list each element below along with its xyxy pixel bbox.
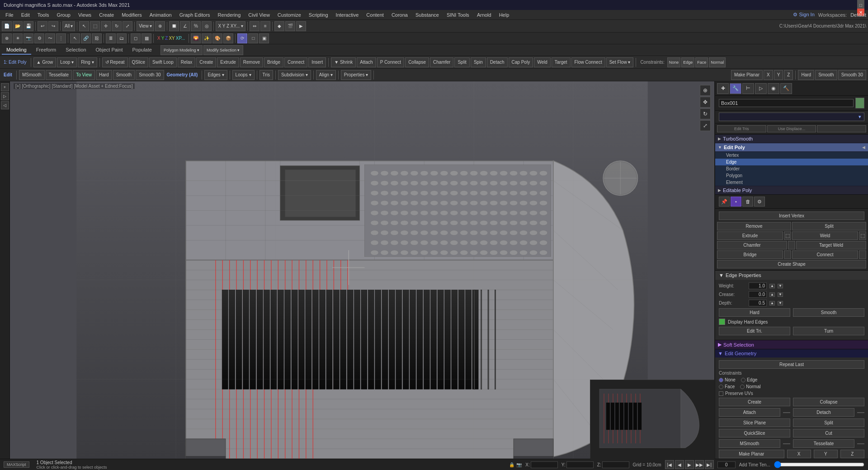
weld-settings-btn[interactable]: ⬚	[859, 231, 866, 240]
xyz-z-geom-btn[interactable]: Z	[840, 450, 864, 458]
constraint-edge-radio[interactable]: Edge	[741, 377, 757, 382]
z-coord-input[interactable]	[602, 461, 629, 468]
time-input[interactable]	[717, 461, 736, 468]
menu-scripting[interactable]: Scripting	[305, 11, 332, 19]
render-effects-icon[interactable]: ✨	[202, 33, 212, 43]
ep-settings-icon[interactable]: ⚙	[754, 197, 765, 207]
collapse-btn[interactable]: Collapse	[405, 57, 429, 67]
spinner-snap[interactable]: ◎	[202, 21, 212, 31]
menu-content[interactable]: Content	[363, 11, 387, 19]
grow-btn[interactable]: ▲ Grow	[33, 57, 57, 67]
make-planar-geom-btn[interactable]: Make Planar	[719, 450, 784, 458]
menu-corona[interactable]: Corona	[388, 11, 411, 19]
unlink-icon[interactable]: ⛓	[92, 33, 102, 43]
remove-btn-panel[interactable]: Remove	[717, 222, 791, 230]
axis-constraint[interactable]: X Y Z XY... ▾	[216, 21, 245, 31]
hard-btn2[interactable]: Hard	[798, 70, 814, 80]
hard-edges-color-swatch[interactable]	[719, 319, 725, 325]
collapse-geom-btn[interactable]: Collapse	[793, 398, 864, 406]
vp-maximize-btn[interactable]: ⤢	[700, 120, 711, 131]
hard-btn[interactable]: Hard	[96, 70, 112, 80]
vp-zoom-btn[interactable]: ⊕	[700, 85, 711, 96]
menu-create[interactable]: Create	[95, 11, 118, 19]
new-btn[interactable]: 📄	[2, 21, 12, 31]
render-btn[interactable]: ▶	[296, 21, 306, 31]
pconnect-btn[interactable]: P Connect	[377, 57, 405, 67]
attach-settings-btn[interactable]	[783, 412, 790, 413]
smooth-btn2[interactable]: Smooth	[815, 70, 837, 80]
stack-editable-poly[interactable]: ▶ Editable Poly	[715, 186, 868, 194]
insert-btn[interactable]: Insert	[308, 57, 326, 67]
rotate-btn[interactable]: ↻	[112, 21, 122, 31]
stack-border[interactable]: Border	[715, 165, 868, 172]
angle-snap[interactable]: ∠	[180, 21, 190, 31]
cut-btn[interactable]: Cut	[793, 429, 864, 437]
x-coord-input[interactable]	[531, 461, 558, 468]
capoly-btn[interactable]: Cap Poly	[509, 57, 533, 67]
repeat-btn[interactable]: ↺ Repeat	[102, 57, 128, 67]
tab-populate[interactable]: Populate	[127, 46, 156, 55]
menu-modifiers[interactable]: Modifiers	[118, 11, 146, 19]
tessellate-btn2[interactable]: Tessellate	[46, 70, 72, 80]
shrink-btn[interactable]: ▼ Shrink	[331, 57, 356, 67]
workspace-value[interactable]: Default	[850, 12, 866, 18]
weight-down[interactable]: ▼	[778, 284, 783, 288]
cp-motion[interactable]: ▷	[755, 83, 767, 94]
cp-utilities[interactable]: 🔨	[780, 83, 792, 94]
loops-label[interactable]: Loops ▾	[232, 70, 255, 80]
flow-connect-btn[interactable]: Flow Connect	[571, 57, 605, 67]
preserve-uvs-checkbox[interactable]: Preserve UVs	[719, 391, 753, 396]
menu-rendering[interactable]: Rendering	[214, 11, 245, 19]
render-to-tex-icon[interactable]: 🎨	[212, 33, 222, 43]
properties-label[interactable]: Properties ▾	[341, 70, 371, 80]
weight-input[interactable]	[749, 282, 767, 289]
left-btn-3[interactable]: ◁	[1, 101, 9, 109]
weight-up[interactable]: ▲	[769, 284, 775, 288]
to-view-btn[interactable]: To View	[73, 70, 95, 80]
detach-settings-btn[interactable]	[857, 412, 864, 413]
chamfer-btn[interactable]: Chamfer	[430, 57, 453, 67]
anim-next-btn[interactable]: ▶▶	[695, 460, 704, 469]
layer-mgr-icon[interactable]: ≣	[106, 33, 116, 43]
menu-tools[interactable]: Tools	[34, 11, 53, 19]
stack-editpoly[interactable]: ▼ Edit Poly ◀	[715, 143, 868, 152]
tab-modeling[interactable]: Modeling	[2, 46, 31, 55]
cp-create[interactable]: ✚	[717, 83, 729, 94]
scene-expl-icon[interactable]: 🗂	[117, 33, 127, 43]
xyz-x-geom-btn[interactable]: X	[787, 450, 811, 458]
crease-up[interactable]: ▲	[769, 292, 775, 297]
scale-btn[interactable]: ⤢	[123, 21, 132, 31]
add-time-btn[interactable]: Add Time Ten...	[739, 462, 770, 467]
target-weld-btn[interactable]: Target Weld	[796, 241, 866, 249]
bridge-btn[interactable]: Bridge	[264, 57, 283, 67]
depth-down[interactable]: ▼	[778, 301, 783, 306]
menu-animation[interactable]: Animation	[146, 11, 175, 19]
connect-btn[interactable]: Connect	[284, 57, 307, 67]
smooth-edge-btn[interactable]: Smooth	[793, 308, 864, 317]
bridge-settings-btn[interactable]	[784, 250, 791, 259]
ring-dropdown[interactable]: Ring ▾	[78, 57, 97, 67]
edit-tri-btn[interactable]: Edit Tri.	[719, 327, 790, 335]
anim-end-btn[interactable]: ▶|	[705, 460, 714, 469]
quickslice-btn[interactable]: QuickSlice	[719, 429, 790, 437]
turn-btn[interactable]: Turn	[793, 327, 864, 335]
auto-smooth-icon[interactable]: ⟳	[237, 33, 247, 43]
xyz-x-btn[interactable]: X	[764, 70, 773, 80]
select-btn[interactable]: ↖	[79, 21, 89, 31]
select-obj-icon[interactable]: ↖	[70, 33, 80, 43]
menu-views[interactable]: Views	[75, 11, 95, 19]
menu-civil-view[interactable]: Civil View	[245, 11, 273, 19]
xyz-z-btn[interactable]: Z	[784, 70, 793, 80]
extrude-settings-btn[interactable]: ⬚	[784, 231, 791, 240]
depth-up[interactable]: ▲	[769, 301, 775, 306]
poly-modeling-btn[interactable]: Polygon Modeling ▾	[160, 45, 203, 55]
use-pivot[interactable]: ⊕	[155, 21, 165, 31]
remove-btn[interactable]: Remove	[240, 57, 263, 67]
snap-toggle[interactable]: 🔲	[169, 21, 179, 31]
repeat-last-btn[interactable]: Repeat Last	[719, 360, 864, 369]
left-btn-2[interactable]: ▷	[1, 92, 9, 100]
redo-btn[interactable]: ↪	[48, 21, 58, 31]
constraint-face-radio[interactable]: Face	[719, 384, 735, 389]
relax-btn[interactable]: Relax	[178, 57, 196, 67]
y-coord-input[interactable]	[566, 461, 594, 468]
